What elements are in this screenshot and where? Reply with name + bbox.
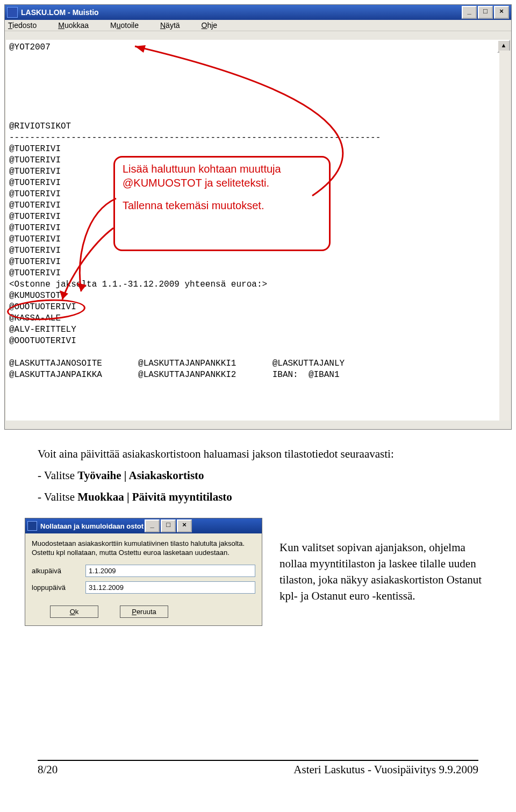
instruction-intro: Voit aina päivittää asiakaskortistoon ha… xyxy=(38,446,478,462)
notepad-window: LASKU.LOM - Muistio _ □ × Tiedosto Muokk… xyxy=(4,4,512,430)
dialog-icon xyxy=(27,521,37,531)
dialog-title: Nollataan ja kumuloidaan ostot xyxy=(40,522,144,530)
page-number: 8/20 xyxy=(38,763,58,777)
annotation-callout: Lisää haluttuun kohtaan muuttuja @KUMUOS… xyxy=(113,156,331,251)
menu-format[interactable]: Muotoile xyxy=(110,21,149,30)
menu-file[interactable]: Tiedosto xyxy=(8,21,47,30)
side-note: Kun valitset sopivan ajanjakson, ohjelma… xyxy=(280,539,484,604)
maximize-button[interactable]: □ xyxy=(478,6,493,19)
menubar[interactable]: Tiedosto Muokkaa Muotoile Näytä Ohje xyxy=(5,20,511,31)
ok-button[interactable]: Ok xyxy=(50,606,98,618)
minimize-button[interactable]: _ xyxy=(462,6,477,19)
dialog-close-button[interactable]: × xyxy=(177,519,192,532)
scrollbar[interactable] xyxy=(499,51,510,421)
end-date-label: loppupäivä xyxy=(32,583,85,592)
start-date-input[interactable] xyxy=(85,565,255,577)
close-button[interactable]: × xyxy=(494,6,509,19)
end-date-input[interactable] xyxy=(85,581,255,594)
editor-area[interactable]: ▲ @YOT2007 @RIVIOTSIKOT ----------------… xyxy=(6,40,510,421)
dialog-description: Muodostetaan asiakaskorttiin kumulatiivi… xyxy=(32,539,255,557)
start-date-label: alkupäivä xyxy=(32,567,85,575)
page-footer: 8/20 Asteri Laskutus - Vuosipäivitys 9.9… xyxy=(38,760,478,777)
dialog-minimize-button[interactable]: _ xyxy=(145,519,160,532)
app-icon xyxy=(7,7,18,18)
instruction-text: Voit aina päivittää asiakaskortistoon ha… xyxy=(38,446,478,505)
footer-title: Asteri Laskutus - Vuosipäivitys 9.9.2009 xyxy=(58,763,478,777)
dialog-maximize-button[interactable]: □ xyxy=(161,519,176,532)
window-title: LASKU.LOM - Muistio xyxy=(21,8,99,17)
menu-edit[interactable]: Muokkaa xyxy=(58,21,99,30)
titlebar[interactable]: LASKU.LOM - Muistio _ □ × xyxy=(5,5,511,20)
dialog-window: Nollataan ja kumuloidaan ostot _ □ × Muo… xyxy=(25,518,262,626)
dialog-titlebar[interactable]: Nollataan ja kumuloidaan ostot _ □ × xyxy=(25,518,262,533)
menu-view[interactable]: Näytä xyxy=(160,21,191,30)
annotation-line1: Lisää haluttuun kohtaan muuttuja @KUMUOS… xyxy=(123,162,321,190)
menu-help[interactable]: Ohje xyxy=(202,21,228,30)
cancel-button[interactable]: Peruuta xyxy=(120,606,168,618)
annotation-line2: Tallenna tekemäsi muutokset. xyxy=(123,198,321,212)
instruction-step2: - Valitse Muokkaa | Päivitä myyntitilast… xyxy=(38,489,478,505)
instruction-step1: - Valitse Työvaihe | Asiakaskortisto xyxy=(38,467,478,483)
